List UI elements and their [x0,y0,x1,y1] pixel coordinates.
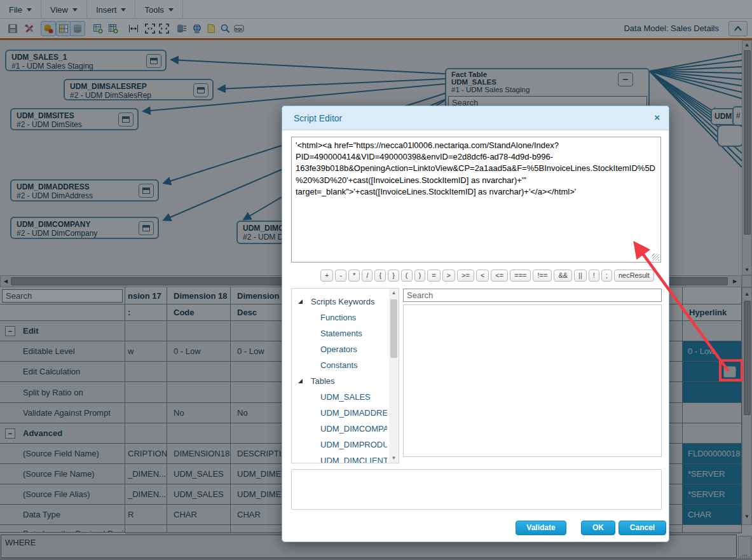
tree-item-label: Statements [320,329,362,338]
operator-button--[interactable]: - [335,270,346,282]
ok-button[interactable]: OK [581,521,615,535]
keywords-tree[interactable]: Scripts KeywordsFunctionsStatementsOpera… [291,288,399,463]
operator-button-||[interactable]: || [574,270,587,282]
tree-item-statements[interactable]: Statements [292,325,387,341]
tree-item-label: UDM_DIMCOMPANY [320,424,387,434]
scroll-down-icon[interactable]: ▼ [389,454,399,463]
validate-button[interactable]: Validate [516,521,566,535]
tree-scrollbar[interactable]: ▲ ▼ [389,289,399,463]
operator-button-<=[interactable]: <= [491,270,508,282]
tree-item-udm-dimcompany[interactable]: UDM_DIMCOMPANY [292,421,387,437]
tree-item-constants[interactable]: Constants [292,357,387,373]
operator-button-!==[interactable]: !== [533,270,552,282]
tree-expanded-icon [298,299,303,304]
dialog-titlebar[interactable]: Script Editor × [282,106,669,130]
cancel-button[interactable]: Cancel [619,521,666,535]
tree-expanded-icon [298,379,303,383]
operator-button-}[interactable]: } [388,270,399,282]
keyword-results-list [403,304,662,457]
close-icon[interactable]: × [654,112,660,123]
operator-button-![interactable]: ! [589,270,599,282]
script-editor-dialog: Script Editor × +-*/{}()=>>=<<====!==&&|… [282,106,669,542]
operator-button-{[interactable]: { [374,270,386,282]
operator-button-necResult[interactable]: necResult [614,270,654,282]
operator-button-&&[interactable]: && [554,270,572,282]
tree-item-udm-dimproduct[interactable]: UDM_DIMPRODUCT [292,437,387,453]
validation-message-box [291,469,662,510]
tree-item-label: Functions [320,313,356,322]
tree-item-udm-dimaddress[interactable]: UDM_DIMADDRESS [292,405,387,421]
tree-item-label: Operators [320,345,357,354]
tree-item-operators[interactable]: Operators [292,341,387,357]
tree-item-label: UDM_DIMADDRESS [320,408,387,418]
tree-item-label: UDM_DIMCLIENT [320,456,387,463]
operator-button-*[interactable]: * [348,270,360,282]
operator-button-===[interactable]: === [510,270,531,282]
operator-button-([interactable]: ( [401,270,413,282]
dialog-title: Script Editor [294,113,342,123]
tree-item-label: Tables [311,376,335,386]
operator-button-=[interactable]: = [427,270,440,282]
tree-item-label: Constants [320,360,358,370]
tree-item-label: UDM_DIMPRODUCT [320,440,387,449]
operator-button->=[interactable]: >= [457,270,474,282]
scroll-up-icon[interactable]: ▲ [389,289,399,297]
tree-item-tables[interactable]: Tables [292,373,387,389]
tree-item-functions[interactable]: Functions [292,310,387,325]
operator-button-;[interactable]: ; [601,270,612,282]
script-input[interactable] [291,137,661,263]
operator-button->[interactable]: > [442,270,455,282]
operator-button-+[interactable]: + [320,270,333,282]
tree-item-udm-sales[interactable]: UDM_SALES [292,389,387,405]
operator-button-<[interactable]: < [476,270,489,282]
operator-buttons-row: +-*/{}()=>>=<<====!==&&||!;necResult [320,270,664,283]
tree-item-label: UDM_SALES [320,392,371,402]
resize-handle-icon[interactable] [652,254,659,261]
tree-item-label: Scripts Keywords [311,297,374,306]
script-search-input[interactable] [403,289,662,302]
tree-scroll-thumb[interactable] [390,299,397,358]
operator-button-/[interactable]: / [362,270,373,282]
tree-item-scripts-keywords[interactable]: Scripts Keywords [292,294,387,310]
operator-button-)[interactable]: ) [414,270,426,282]
tree-item-udm-dimclient[interactable]: UDM_DIMCLIENT [292,453,387,463]
